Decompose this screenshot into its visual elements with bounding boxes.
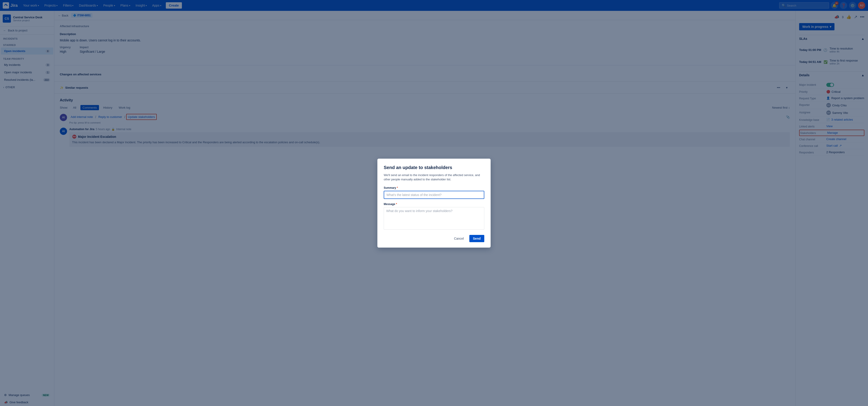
summary-field-label: Summary *	[384, 186, 484, 190]
modal-overlay[interactable]: Send an update to stakeholders We'll sen…	[0, 0, 868, 406]
message-field-label: Message *	[384, 203, 484, 206]
cancel-button[interactable]: Cancel	[451, 235, 467, 242]
summary-input[interactable]	[384, 191, 484, 199]
modal-actions: Cancel Send	[384, 235, 484, 242]
send-update-modal: Send an update to stakeholders We'll sen…	[377, 159, 491, 247]
send-button[interactable]: Send	[469, 235, 484, 242]
message-textarea[interactable]	[384, 207, 484, 230]
modal-title: Send an update to stakeholders	[384, 165, 484, 170]
modal-description: We'll send an email to the incident resp…	[384, 173, 484, 182]
